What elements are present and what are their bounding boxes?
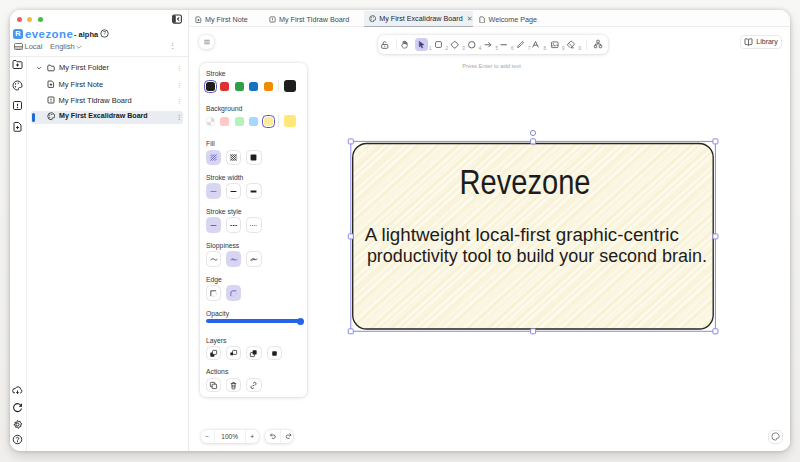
svg-text:A lightweight local-first grap: A lightweight local-first graphic-centri… <box>365 225 679 245</box>
svg-text:Revezone: Revezone <box>460 162 591 201</box>
svg-text:productivity tool to build you: productivity tool to build your second b… <box>367 246 707 266</box>
svg-text:?: ? <box>103 30 106 36</box>
